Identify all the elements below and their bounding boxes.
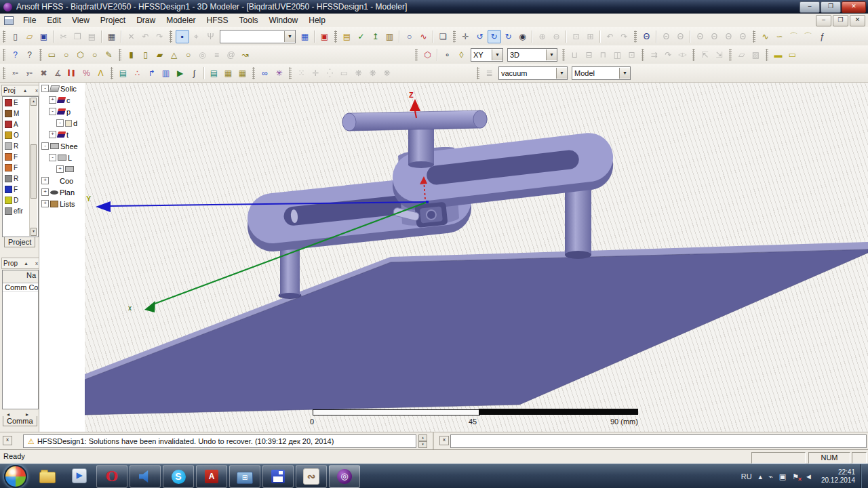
start-button[interactable] [4, 465, 27, 488]
movement-mode-x-button[interactable]: x= [9, 66, 22, 80]
menu-view[interactable]: View [66, 14, 95, 26]
print-button[interactable]: ▦ [105, 30, 119, 43]
collapse-icon[interactable]: - [49, 154, 56, 161]
toolbar-grip[interactable] [252, 67, 255, 79]
rotate-current-axis-button[interactable]: ↻ [488, 30, 501, 43]
analyze-all-button[interactable]: ✓ [355, 30, 368, 43]
project-tree-scrollbar[interactable]: ▴ ▾ [29, 98, 37, 236]
close-button[interactable]: ✕ [842, 1, 866, 13]
movement-mode-y-button[interactable]: y= [23, 66, 37, 80]
mdi-restore-button[interactable]: ❐ [833, 15, 848, 26]
progress-close-button[interactable]: x [439, 436, 449, 445]
toolbar-grip[interactable] [642, 49, 644, 61]
draw-arc-center-button[interactable]: ⌒ [787, 30, 801, 43]
open-file-button[interactable]: ▱ [23, 30, 37, 43]
show-desktop-button[interactable] [861, 464, 868, 488]
chevron-down-icon[interactable]: ▼ [492, 49, 502, 60]
restore-button[interactable]: ❐ [821, 1, 841, 13]
menu-file[interactable]: File [18, 14, 41, 26]
message-spinner[interactable]: ▴▾ [418, 434, 427, 447]
modeler-tree-item-coo[interactable]: +Coo [39, 175, 85, 186]
modeler-tree-item-solic[interactable]: -Solic [39, 83, 85, 94]
3d-model-canvas[interactable]: Y x Z [85, 83, 868, 432]
create-report-button[interactable]: ∿ [417, 30, 431, 43]
properties-grid[interactable]: Na CommCoordCenteAxisRadiuHeighNumb [2, 270, 39, 409]
quick_select-combobox[interactable]: ▼ [220, 30, 296, 43]
menu-project[interactable]: Project [95, 14, 131, 26]
3d-viewport[interactable]: Y x Z 0 45 90 (mm) [85, 83, 868, 432]
toolbar-grip[interactable] [289, 67, 292, 79]
expand-icon[interactable]: + [49, 96, 56, 104]
chevron-down-icon[interactable]: ▼ [546, 49, 557, 60]
draw-arc-3pt-button[interactable]: ⌒ [802, 30, 815, 43]
validate-model-button[interactable]: ▣ [318, 30, 332, 43]
new-file-button[interactable]: ▯ [9, 30, 22, 43]
taskbar-control-panel[interactable] [229, 465, 260, 488]
expand-icon[interactable]: + [41, 177, 49, 184]
chevron-down-icon[interactable]: ▼ [619, 68, 630, 79]
collapse-icon[interactable]: - [41, 142, 49, 150]
modeler-tree-item-shee[interactable]: -Shee [39, 140, 85, 152]
draw-rect-button[interactable]: ▭ [45, 48, 59, 62]
modeler-tree-item-c[interactable]: +c [39, 94, 85, 106]
draw-polyhedron-button[interactable]: ▰ [153, 48, 167, 62]
toolbar-grip[interactable] [692, 49, 695, 61]
solution-data-button[interactable]: ▥ [383, 30, 397, 43]
project-tab[interactable]: Project [4, 237, 35, 247]
taskbar-ansoft-hfss[interactable] [329, 465, 360, 488]
draw-equation-curve-button[interactable]: ƒ [816, 30, 829, 43]
toolbar-grip[interactable] [766, 49, 768, 61]
create-sheet-button[interactable]: ▭ [786, 48, 800, 62]
taskbar-backup-tool[interactable] [262, 465, 294, 488]
draw-bondwire-button[interactable]: ↝ [239, 48, 252, 62]
help-pointer-button[interactable]: ? [9, 48, 22, 62]
toolbar-grip[interactable] [111, 67, 113, 79]
pan-button[interactable]: ✛ [459, 30, 473, 43]
toolbar-grip[interactable] [562, 49, 565, 61]
draw-box-button[interactable]: ▯ [139, 48, 153, 62]
menu-modeler[interactable]: Modeler [161, 14, 201, 26]
move-up-layer-button[interactable]: ↱ [145, 66, 159, 80]
dynamic-zoom-button[interactable]: ◉ [516, 30, 530, 43]
draw-point-button[interactable]: ∘ [441, 48, 454, 62]
user-defined-primitive-button[interactable]: ⬡ [421, 48, 435, 62]
thicken-sheet-button[interactable]: ▬ [772, 48, 785, 62]
taskbar-media-player[interactable] [64, 465, 94, 487]
draw-circle-button[interactable]: ○ [60, 48, 73, 62]
dimension-combobox[interactable]: 3D▼ [507, 48, 557, 62]
modeler-tree-item-l[interactable]: -L [39, 152, 85, 163]
draw-sweep-path-button[interactable]: ✎ [102, 48, 116, 62]
grid-plane-button[interactable]: ∡ [52, 66, 65, 80]
modeler-tree-item-plan[interactable]: +Plan [39, 186, 85, 198]
toolbar-grip[interactable] [3, 49, 5, 61]
scroll-up-arrow[interactable]: ▴ [31, 98, 37, 106]
command-tab[interactable]: Comma [3, 416, 37, 426]
assign-material-button[interactable]: ▤ [117, 66, 130, 80]
menu-hfss[interactable]: HFSS [201, 14, 234, 26]
scroll-thumb[interactable] [31, 144, 37, 199]
properties-grid-button[interactable]: ▦ [298, 30, 312, 43]
draw-polygon-button[interactable]: ⬡ [74, 48, 87, 62]
toolbar-grip[interactable] [3, 30, 5, 43]
material-combobox[interactable]: vacuum▼ [498, 66, 568, 80]
toolbar-grip[interactable] [729, 49, 732, 61]
mdi-child-icon[interactable] [4, 16, 14, 25]
plane-combobox[interactable]: XY▼ [471, 48, 503, 62]
modeler-tree-item-t[interactable]: +t [39, 129, 85, 140]
menu-tools[interactable]: Tools [234, 14, 264, 26]
toolbar-grip[interactable] [39, 49, 42, 61]
color-key-button[interactable]: ▍▌ [66, 66, 79, 80]
rotate-model-center-button[interactable]: ↺ [473, 30, 487, 43]
draw-spline-button[interactable]: ∽ [773, 30, 787, 43]
toolbar-grip[interactable] [334, 30, 337, 43]
menu-edit[interactable]: Edit [41, 14, 66, 26]
draw-cylinder-button[interactable]: ▮ [125, 48, 138, 62]
taskbar-explorer[interactable] [33, 465, 62, 487]
taskbar-skype[interactable] [163, 465, 194, 488]
taskbar-swirl-app[interactable] [296, 465, 327, 488]
toolbar-grip[interactable] [453, 30, 456, 43]
toolbar-grip[interactable] [415, 49, 418, 61]
validation-check-button[interactable]: ▤ [340, 30, 354, 43]
draw-plane-button[interactable]: ◊ [455, 48, 469, 62]
sweep-play-button[interactable]: ▶ [174, 66, 187, 80]
